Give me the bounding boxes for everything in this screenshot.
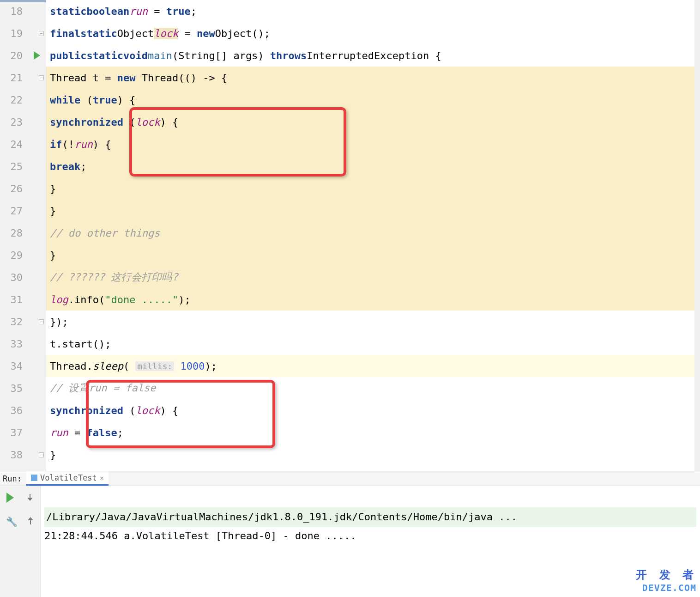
code-line[interactable]: } bbox=[46, 244, 700, 266]
code-line[interactable]: log.info("done ....."); bbox=[46, 288, 700, 311]
code-line[interactable]: Thread t = new Thread(() -> { bbox=[46, 67, 700, 89]
code-line[interactable]: static boolean run = true; bbox=[46, 0, 700, 22]
line-number[interactable]: 32 bbox=[0, 311, 46, 333]
code-line[interactable]: break; bbox=[46, 155, 700, 177]
wrench-icon[interactable]: 🔧 bbox=[6, 516, 15, 525]
run-tool-window: Run: VolatileTest × 🔧 /Library/Java/Java… bbox=[0, 471, 700, 597]
line-number[interactable]: 36 bbox=[0, 399, 46, 421]
run-tab-label: VolatileTest bbox=[40, 473, 97, 482]
close-icon[interactable]: × bbox=[100, 474, 104, 482]
code-line[interactable]: final static Object lock = new Object(); bbox=[46, 22, 700, 44]
code-line[interactable]: } bbox=[46, 200, 700, 222]
code-line[interactable]: while (true) { bbox=[46, 89, 700, 111]
console-log-line: 21:28:44.546 a.VolatileTest [Thread-0] -… bbox=[44, 530, 356, 542]
code-line[interactable]: synchronized (lock) { bbox=[46, 399, 700, 421]
code-editor[interactable]: static boolean run = true; final static … bbox=[46, 0, 700, 471]
run-toolbar: 🔧 bbox=[0, 486, 41, 597]
line-number[interactable]: 38 bbox=[0, 444, 46, 466]
editor-area: 18 19 20 21 22 23 24 25 26 27 28 29 30 3… bbox=[0, 0, 700, 471]
line-number[interactable]: 19 bbox=[0, 22, 46, 44]
gutter: 18 19 20 21 22 23 24 25 26 27 28 29 30 3… bbox=[0, 0, 46, 471]
run-panel-label: Run: bbox=[0, 472, 26, 485]
line-number[interactable]: 35 bbox=[0, 377, 46, 399]
code-line[interactable]: synchronized (lock) { bbox=[46, 111, 700, 133]
line-number[interactable]: 33 bbox=[0, 333, 46, 355]
code-line[interactable]: run = false; bbox=[46, 421, 700, 444]
fold-marker-icon[interactable] bbox=[39, 31, 44, 36]
fold-marker-icon[interactable] bbox=[39, 452, 44, 457]
line-number[interactable]: 25 bbox=[0, 155, 46, 177]
code-line[interactable]: if(!run) { bbox=[46, 133, 700, 155]
line-number[interactable]: 23 bbox=[0, 111, 46, 133]
code-line[interactable]: // 设置run = false bbox=[46, 377, 700, 399]
vertical-scrollbar[interactable] bbox=[694, 0, 700, 471]
run-config-icon bbox=[31, 475, 37, 481]
line-number[interactable]: 20 bbox=[0, 44, 46, 67]
run-gutter-icon[interactable] bbox=[34, 51, 40, 60]
fold-marker-icon[interactable] bbox=[39, 319, 44, 324]
code-line[interactable]: // do other things bbox=[46, 222, 700, 244]
line-number[interactable]: 27 bbox=[0, 200, 46, 222]
line-number[interactable]: 21 bbox=[0, 67, 46, 89]
line-number[interactable]: 26 bbox=[0, 177, 46, 200]
line-number[interactable]: 30 bbox=[0, 266, 46, 288]
code-line[interactable]: } bbox=[46, 444, 700, 466]
line-number[interactable]: 34 bbox=[0, 355, 46, 377]
run-tab[interactable]: VolatileTest × bbox=[26, 471, 109, 486]
line-number[interactable]: 29 bbox=[0, 244, 46, 266]
code-line[interactable]: } bbox=[46, 177, 700, 200]
scroll-up-icon[interactable] bbox=[27, 517, 34, 524]
run-tabs: Run: VolatileTest × bbox=[0, 471, 700, 486]
code-line[interactable]: Thread.sleep( millis: 1000); bbox=[46, 355, 700, 377]
inlay-hint: millis: bbox=[135, 361, 174, 371]
line-number[interactable]: 22 bbox=[0, 89, 46, 111]
console-output[interactable]: /Library/Java/JavaVirtualMachines/jdk1.8… bbox=[41, 486, 700, 597]
scroll-down-icon[interactable] bbox=[26, 494, 34, 501]
line-number[interactable]: 18 bbox=[0, 0, 46, 22]
line-number[interactable]: 37 bbox=[0, 421, 46, 444]
line-number[interactable]: 31 bbox=[0, 288, 46, 311]
code-line[interactable]: // ?????? 这行会打印吗? bbox=[46, 266, 700, 288]
code-line[interactable]: t.start(); bbox=[46, 333, 700, 355]
code-line[interactable]: public static void main(String[] args) t… bbox=[46, 44, 700, 67]
code-line[interactable]: }); bbox=[46, 311, 700, 333]
line-number[interactable]: 24 bbox=[0, 133, 46, 155]
rerun-icon[interactable] bbox=[6, 493, 14, 503]
fold-marker-icon[interactable] bbox=[39, 75, 44, 80]
line-number[interactable]: 28 bbox=[0, 222, 46, 244]
console-command-line: /Library/Java/JavaVirtualMachines/jdk1.8… bbox=[44, 507, 696, 527]
